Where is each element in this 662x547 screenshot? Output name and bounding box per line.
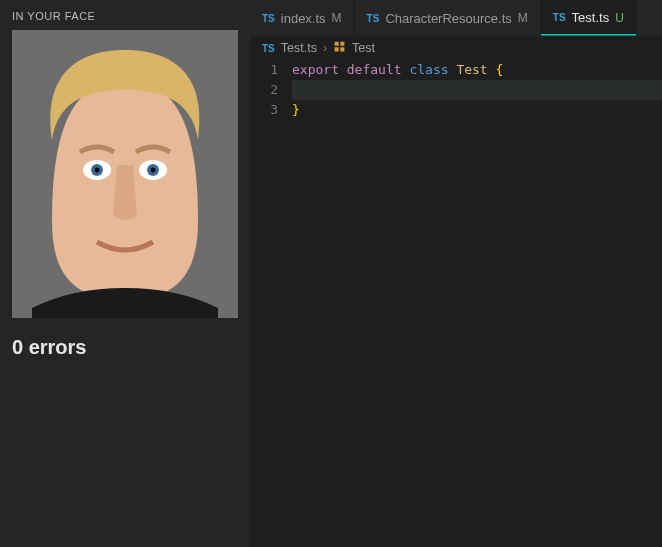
line-number: 1 [250,60,278,80]
code-editor[interactable]: 123 export default class Test {} [250,60,662,547]
errors-count: 0 errors [12,336,238,359]
line-number: 3 [250,100,278,120]
breadcrumb-file[interactable]: Test.ts [281,41,317,55]
line-number: 2 [250,80,278,100]
svg-point-8 [173,194,193,226]
ts-file-icon: TS [262,43,275,54]
extension-sidebar: IN YOUR FACE 0 errors [0,0,250,547]
tab-label: Test.ts [572,10,610,25]
svg-point-6 [151,168,156,173]
tab-status-badge: M [332,11,342,25]
chevron-right-icon: › [323,41,327,55]
editor-pane: TSindex.tsMTSCharacterResource.tsMTSTest… [250,0,662,547]
tab-bar: TSindex.tsMTSCharacterResource.tsMTSTest… [250,0,662,36]
tab-Test-ts[interactable]: TSTest.tsU [541,0,637,36]
code-lines[interactable]: export default class Test {} [292,60,662,547]
class-symbol-icon [333,40,346,56]
breadcrumb-symbol[interactable]: Test [352,41,375,55]
tab-status-badge: U [615,11,624,25]
tab-status-badge: M [518,11,528,25]
face-image [12,30,238,318]
ts-file-icon: TS [553,12,566,23]
tab-label: CharacterResource.ts [385,11,511,26]
ts-file-icon: TS [367,13,380,24]
line-gutter: 123 [250,60,292,547]
ts-file-icon: TS [262,13,275,24]
panel-title: IN YOUR FACE [12,10,238,22]
svg-point-7 [57,194,77,226]
tab-label: index.ts [281,11,326,26]
code-line[interactable] [292,80,662,100]
tab-index-ts[interactable]: TSindex.tsM [250,0,355,36]
tab-CharacterResource-ts[interactable]: TSCharacterResource.tsM [355,0,541,36]
code-line[interactable]: } [292,100,662,120]
svg-point-5 [95,168,100,173]
code-line[interactable]: export default class Test { [292,60,662,80]
breadcrumb[interactable]: TS Test.ts › Test [250,36,662,60]
